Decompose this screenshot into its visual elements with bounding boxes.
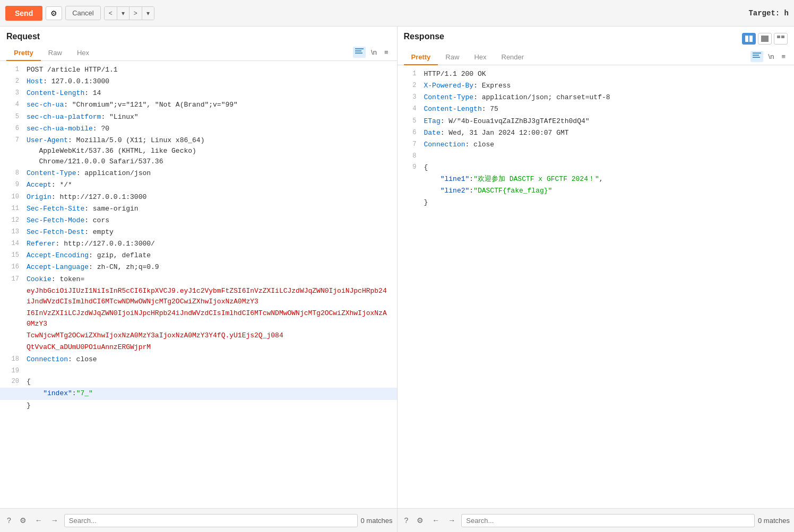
bottom-bars: ? ⚙ ← → 0 matches ? ⚙ ← → 0 matches [0,508,794,532]
request-tabs: Pretty Raw Hex \n ≡ [6,46,391,60]
svg-rect-2 [355,53,363,54]
request-matches-label: 0 matches [361,517,393,525]
response-search-bar: ? ⚙ ← → 0 matches [398,509,795,532]
table-row: 4 sec-ch-ua: "Chromium";v="121", "Not A(… [0,99,397,111]
table-row: } [398,197,795,208]
request-help-icon[interactable]: ? [4,514,14,526]
table-row: 7 User-Agent: Mozilla/5.0 (X11; Linux x8… [0,135,397,168]
request-search-input[interactable] [64,514,358,527]
response-help-icon[interactable]: ? [402,514,411,526]
tab-response-hex[interactable]: Hex [467,50,494,65]
cancel-button[interactable]: Cancel [65,6,100,20]
table-row: 20 { [0,376,397,388]
response-pretty-print-icon[interactable] [750,51,763,62]
table-row: 18 Connection: close [0,354,397,365]
request-code-area[interactable]: 1 POST /article HTTP/1.1 2 Host: 127.0.0… [0,61,397,508]
table-row: 2 X-Powered-By: Express [398,80,795,92]
request-search-next-icon[interactable]: → [48,514,61,526]
single-view-icon[interactable] [758,33,772,45]
response-panel-header: Response Pretty Raw Hex Render [398,27,795,65]
svg-rect-9 [753,55,759,56]
response-search-settings-icon[interactable]: ⚙ [414,514,426,526]
request-pretty-print-icon[interactable] [353,47,366,58]
table-row: "line2":"DASCTF{fake_flag}" [398,185,795,197]
svg-rect-10 [753,57,760,58]
table-row: 6 Date: Wed, 31 Jan 2024 12:00:07 GMT [398,127,795,139]
table-row: 15 Accept-Encoding: gzip, deflate [0,250,397,261]
nav-fwd-dropdown-button[interactable]: ▾ [142,7,154,20]
target-label: Target: h [748,9,789,18]
table-row: 13 Sec-Fetch-Dest: empty [0,226,397,238]
request-search-bar: ? ⚙ ← → 0 matches [0,509,398,532]
table-row: 9 { [398,162,795,173]
request-wrap-icon[interactable]: ≡ [382,47,391,57]
compact-view-icon[interactable] [774,33,788,45]
tab-request-hex[interactable]: Hex [70,46,97,61]
table-row: 11 Sec-Fetch-Site: same-origin [0,203,397,215]
nav-button-group: < ▾ > ▾ [104,6,154,20]
tab-response-raw[interactable]: Raw [438,50,467,65]
request-tab-icons: \n ≡ [353,47,390,60]
request-panel-title: Request [6,32,391,41]
send-button[interactable]: Send [5,6,42,21]
svg-rect-3 [745,36,748,42]
split-view-icon[interactable] [742,33,756,45]
table-row: TcwNjcwMTg2OCwiZXhwIjoxNzA0MzY3aIjoxNzA0… [0,330,397,342]
response-code-area[interactable]: 1 HTTP/1.1 200 OK 2 X-Powered-By: Expres… [398,65,795,508]
table-row: 1 POST /article HTTP/1.1 [0,64,397,76]
table-row: "line1":"欢迎参加 DASCTF x GFCTF 2024！", [398,173,795,185]
table-row: eyJhbGciOiJIUzI1NiIsInR5cCI6IkpXVCJ9.eyJ… [0,285,397,308]
table-row: 17 Cookie: token= [0,274,397,285]
nav-fwd-button[interactable]: > [130,7,142,20]
tab-response-pretty[interactable]: Pretty [404,50,438,65]
table-row: I6InVzZXIiLCJzdWJqZWN0IjoiNJpcHRpb24iJnd… [0,308,397,330]
svg-rect-4 [749,36,753,42]
table-row: "index":"7_" [0,388,397,399]
table-row: 7 Connection: close [398,139,795,151]
response-search-input[interactable] [461,514,755,527]
table-row: 16 Accept-Language: zh-CN, zh;q=0.9 [0,261,397,273]
table-row: 6 sec-ch-ua-mobile: ?0 [0,123,397,135]
view-toggle-group [742,33,788,45]
table-row: 19 [0,365,397,377]
table-row: 14 Referer: http://127.0.0.1:3000/ [0,238,397,250]
table-row: 8 [398,151,795,162]
request-panel-header: Request Pretty Raw Hex \n ≡ [0,27,397,61]
table-row: 9 Accept: */* [0,179,397,191]
svg-rect-1 [355,50,361,51]
response-search-prev-icon[interactable]: ← [429,514,442,526]
request-search-prev-icon[interactable]: ← [32,514,45,526]
nav-back-dropdown-button[interactable]: ▾ [117,7,130,20]
table-row: 5 sec-ch-ua-platform: "Linux" [0,111,397,123]
response-newline-icon[interactable]: \n [766,51,776,62]
request-search-settings-icon[interactable]: ⚙ [17,514,29,526]
table-row: QtVvaCK_aDUmU0PO1uAnnzERGWjprM [0,342,397,353]
table-row: } [0,400,397,412]
svg-rect-7 [781,36,784,38]
table-row: 1 HTTP/1.1 200 OK [398,68,795,80]
response-panel-title: Response [404,32,444,41]
tab-request-pretty[interactable]: Pretty [6,46,41,61]
request-newline-icon[interactable]: \n [369,47,379,57]
response-search-next-icon[interactable]: → [445,514,458,526]
table-row: 5 ETag: W/"4b-Eoua1vqZaIZhBJ3gTAfE2th0dQ… [398,116,795,127]
main-container: Request Pretty Raw Hex \n ≡ 1 POST /arti… [0,27,794,508]
response-panel: Response Pretty Raw Hex Render [398,27,795,508]
tab-request-raw[interactable]: Raw [41,46,70,61]
table-row: 10 Origin: http://127.0.0.1:3000 [0,191,397,203]
tab-response-render[interactable]: Render [494,50,532,65]
toolbar: Send ⚙ Cancel < ▾ > ▾ Target: h [0,0,794,27]
svg-rect-8 [753,53,761,54]
table-row: 3 Content-Type: application/json; charse… [398,92,795,103]
settings-button[interactable]: ⚙ [46,6,62,20]
response-wrap-icon[interactable]: ≡ [779,51,788,62]
response-matches-label: 0 matches [758,517,790,525]
response-tabs: Pretty Raw Hex Render \n ≡ [404,50,788,65]
svg-rect-0 [355,48,364,49]
table-row: 3 Content-Length: 14 [0,88,397,99]
table-row: 2 Host: 127.0.0.1:3000 [0,76,397,88]
request-panel: Request Pretty Raw Hex \n ≡ 1 POST /arti… [0,27,398,508]
table-row: 12 Sec-Fetch-Mode: cors [0,215,397,226]
nav-back-button[interactable]: < [105,7,117,20]
svg-rect-5 [761,36,769,42]
